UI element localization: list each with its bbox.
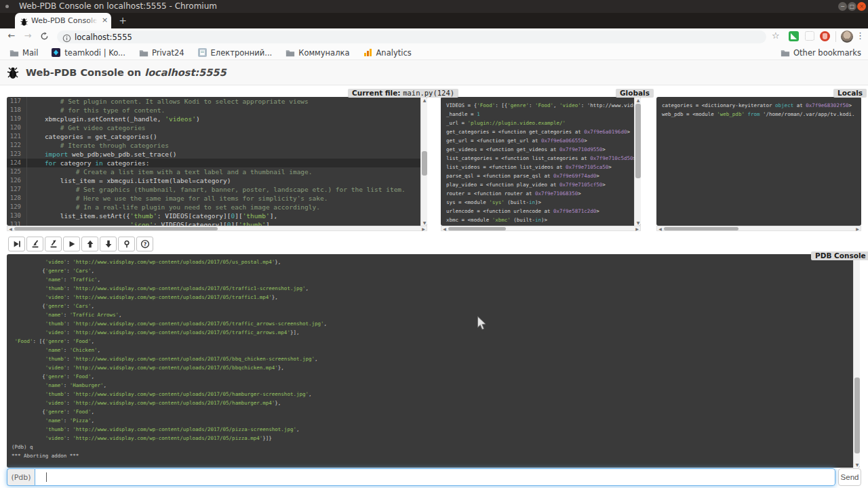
- line-number: 123: [7, 150, 27, 159]
- bookmark-item[interactable]: Privat24: [139, 48, 184, 58]
- scrollbar-thumb[interactable]: [14, 227, 218, 230]
- folder-icon: [285, 48, 295, 58]
- code-line: 125 # Create a list item with a text lab…: [7, 167, 420, 176]
- console-vertical-scrollbar[interactable]: ▲ ▼: [853, 254, 860, 468]
- new-tab-button[interactable]: +: [117, 15, 129, 27]
- maximize-button[interactable]: □: [848, 2, 856, 11]
- arrow-up-icon: [85, 239, 95, 249]
- console-line: {'genre': 'Cars',: [12, 266, 853, 275]
- code-line: 117 # Set plugin content. It allows Kodi…: [7, 97, 420, 106]
- help-button[interactable]: ?: [136, 237, 153, 251]
- current-file-value: main.py(124): [403, 89, 454, 97]
- folder-icon: [781, 48, 790, 58]
- scrollbar-thumb[interactable]: [854, 378, 860, 453]
- command-input[interactable]: [35, 468, 835, 486]
- bug-favicon-icon: [20, 16, 28, 25]
- site-brand[interactable]: Web-PDB Console on localhost:5555: [26, 67, 226, 78]
- reload-icon[interactable]: [38, 32, 50, 43]
- line-number: 119: [7, 115, 27, 123]
- bookmark-label: Mail: [22, 48, 38, 58]
- extension-icon-green[interactable]: [789, 31, 799, 41]
- bookmark-item[interactable]: Mail: [9, 48, 38, 58]
- console-line: 'thumb': 'http://www.vidsplay.com/wp-con…: [12, 390, 853, 399]
- globals-horizontal-scrollbar[interactable]: ◀ ▶: [441, 226, 641, 231]
- adblock-extension-icon[interactable]: [820, 31, 830, 41]
- scrollbar-thumb[interactable]: [422, 151, 427, 176]
- browser-menu-icon[interactable]: ⋮: [856, 30, 865, 41]
- console-line: (Pdb) q: [12, 443, 853, 451]
- folder-icon: [139, 48, 149, 58]
- console-line: *** Aborting addon ***: [12, 451, 853, 460]
- scrollbar-thumb[interactable]: [635, 104, 641, 178]
- window-titlebar[interactable]: Web-PDB Console on localhost:5555 - Chro…: [0, 0, 868, 13]
- debugger-toolbar: ?: [8, 237, 153, 251]
- window-title: Web-PDB Console on localhost:5555 - Chro…: [19, 1, 217, 11]
- globals-panel[interactable]: VIDEOS = {'Food': [{'genre': 'Food', 'vi…: [441, 97, 641, 226]
- extension-icon-gray[interactable]: [805, 31, 814, 41]
- code-line: 122 # Iterate through categories: [7, 141, 420, 150]
- console-line: 'video': 'http://www.vidsplay.com/wp-con…: [12, 293, 853, 302]
- scrollbar-thumb[interactable]: [448, 227, 506, 230]
- line-number: 124: [7, 159, 27, 167]
- console-line: {'genre': 'Food',: [12, 372, 853, 381]
- bookmark-item[interactable]: Коммуналка: [285, 48, 349, 58]
- local-variable-line: web_pdb = <module 'web_pdb' from '/home/…: [662, 110, 854, 119]
- toolbar-separator: [835, 31, 836, 42]
- global-variable-line: get_categories = <function get_categorie…: [446, 127, 634, 136]
- global-variable-line: urlencode = <function urlencode at 0x7f9…: [446, 207, 634, 216]
- arrow-down-icon: [104, 239, 113, 249]
- kodi-favicon: [52, 48, 61, 58]
- back-icon[interactable]: ←: [5, 30, 18, 41]
- bookmark-label: Електронний...: [211, 48, 273, 58]
- bookmark-item[interactable]: Analytics: [363, 48, 412, 58]
- bookmark-item[interactable]: teamkodi | Ko...: [52, 48, 125, 58]
- step-out-icon: [49, 239, 58, 249]
- line-number: 122: [7, 141, 27, 150]
- where-button[interactable]: [118, 237, 135, 251]
- global-variable-line: router = <function router at 0x7f9e71068…: [446, 189, 634, 198]
- forward-icon[interactable]: →: [22, 30, 34, 41]
- close-window-button[interactable]: ×: [857, 2, 866, 11]
- continue-button[interactable]: [63, 237, 80, 251]
- code-editor-panel[interactable]: 117 # Set plugin content. It allows Kodi…: [7, 97, 427, 226]
- line-number: 125: [7, 167, 27, 176]
- minimize-button[interactable]: −: [838, 2, 847, 11]
- text-caret: [46, 472, 47, 482]
- help-icon: ?: [140, 239, 150, 249]
- console-line: 'video': 'http://www.vidsplay.com/wp-con…: [12, 399, 853, 407]
- pdb-console-panel[interactable]: 'video': 'http://www.vidsplay.com/wp-con…: [7, 254, 860, 468]
- globals-vertical-scrollbar[interactable]: ▲ ▼: [634, 97, 641, 226]
- code-horizontal-scrollbar[interactable]: ◀ ▶: [7, 226, 427, 231]
- global-variable-line: sys = <module 'sys' (built-in)>: [446, 198, 634, 207]
- step-into-button[interactable]: [26, 237, 43, 251]
- bookmarks-bar: Mailteamkodi | Ko...Privat24Електронний.…: [0, 45, 868, 60]
- code-vertical-scrollbar[interactable]: ▲ ▼: [420, 97, 427, 226]
- next-button[interactable]: [8, 237, 25, 251]
- console-line: 'video': 'http://www.vidsplay.com/wp-con…: [12, 328, 853, 337]
- step-into-icon: [31, 239, 40, 249]
- bookmark-item[interactable]: Електронний...: [198, 48, 273, 58]
- console-line: 'name': 'Traffic',: [12, 275, 853, 284]
- scrollbar-thumb[interactable]: [664, 227, 738, 230]
- bookmark-star-icon[interactable]: ☆: [772, 30, 780, 41]
- console-line: 'name': 'Pizza',: [12, 416, 853, 425]
- document-favicon: [198, 48, 208, 58]
- globals-list: VIDEOS = {'Food': [{'genre': 'Food', 'vi…: [441, 97, 634, 226]
- up-button[interactable]: [81, 237, 98, 251]
- tab-close-icon[interactable]: ×: [100, 16, 109, 25]
- address-bar[interactable]: localhost:5555: [57, 30, 766, 43]
- locals-horizontal-scrollbar[interactable]: ◀ ▶: [656, 226, 861, 231]
- down-button[interactable]: [100, 237, 117, 251]
- other-bookmarks-button[interactable]: Other bookmarks: [781, 45, 861, 60]
- console-line: 'name': 'Traffic Arrows',: [12, 310, 853, 319]
- profile-avatar[interactable]: [841, 30, 853, 43]
- browser-tab[interactable]: Web-PDB Console on loca ×: [15, 13, 111, 28]
- console-line: 'video': 'http://www.vidsplay.com/wp-con…: [12, 258, 853, 266]
- page-info-icon[interactable]: [62, 33, 71, 45]
- console-line: 'thumb': 'http://www.vidsplay.com/wp-con…: [12, 354, 853, 363]
- step-out-button[interactable]: [45, 237, 62, 251]
- send-button[interactable]: Send: [838, 468, 861, 486]
- folder-icon: [9, 48, 19, 58]
- code-line: 120 # Get video categories: [7, 123, 420, 132]
- locals-panel[interactable]: categories = <dictionary-keyiterator obj…: [656, 97, 861, 226]
